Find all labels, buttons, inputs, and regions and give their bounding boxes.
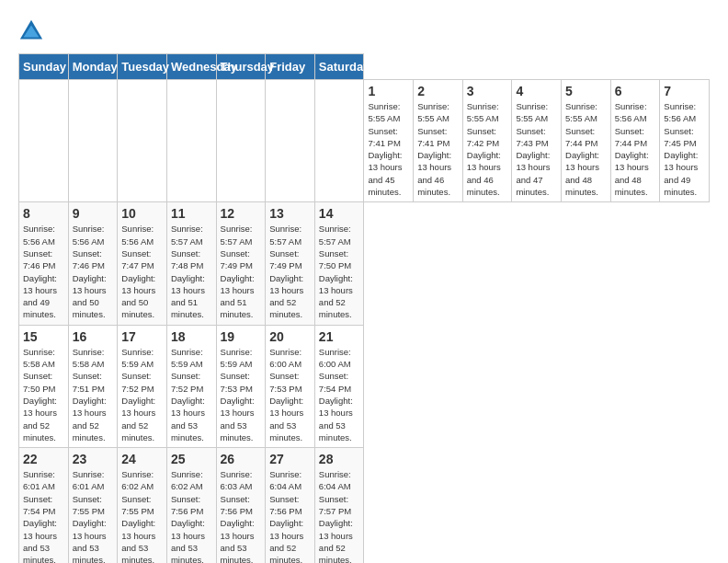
calendar-day-cell: 11Sunrise: 5:57 AMSunset: 7:48 PMDayligh… xyxy=(166,202,216,325)
day-info: Sunrise: 5:59 AMSunset: 7:52 PMDaylight:… xyxy=(121,346,163,443)
day-number: 6 xyxy=(615,84,656,98)
calendar-header-day: Saturday xyxy=(314,54,364,80)
day-info: Sunrise: 6:02 AMSunset: 7:55 PMDaylight:… xyxy=(121,468,163,563)
day-info: Sunrise: 5:56 AMSunset: 7:45 PMDaylight:… xyxy=(664,100,705,198)
day-number: 16 xyxy=(73,329,114,344)
calendar-day-cell: 20Sunrise: 6:00 AMSunset: 7:53 PMDayligh… xyxy=(266,325,315,447)
calendar-day-cell: 8Sunrise: 5:56 AMSunset: 7:46 PMDaylight… xyxy=(19,202,69,325)
calendar-day-cell: 6Sunrise: 5:56 AMSunset: 7:44 PMDaylight… xyxy=(610,80,660,202)
calendar-week-row: 22Sunrise: 6:01 AMSunset: 7:54 PMDayligh… xyxy=(19,448,710,563)
day-number: 27 xyxy=(269,452,311,466)
day-number: 1 xyxy=(368,84,409,98)
calendar-day-cell xyxy=(118,80,167,202)
day-info: Sunrise: 5:55 AMSunset: 7:41 PMDaylight:… xyxy=(368,100,409,198)
day-number: 2 xyxy=(417,84,459,98)
day-info: Sunrise: 5:56 AMSunset: 7:44 PMDaylight:… xyxy=(615,100,656,198)
day-number: 9 xyxy=(73,206,114,221)
calendar-header-day: Friday xyxy=(266,54,315,80)
day-info: Sunrise: 5:56 AMSunset: 7:46 PMDaylight:… xyxy=(23,223,64,320)
day-number: 20 xyxy=(269,329,311,344)
day-info: Sunrise: 5:55 AMSunset: 7:42 PMDaylight:… xyxy=(467,100,508,198)
day-info: Sunrise: 6:02 AMSunset: 7:56 PMDaylight:… xyxy=(171,468,212,563)
day-number: 14 xyxy=(319,206,360,221)
calendar-table: SundayMondayTuesdayWednesdayThursdayFrid… xyxy=(18,53,710,563)
day-info: Sunrise: 5:57 AMSunset: 7:50 PMDaylight:… xyxy=(319,223,360,320)
calendar-day-cell: 4Sunrise: 5:55 AMSunset: 7:43 PMDaylight… xyxy=(512,80,562,202)
calendar-day-cell: 15Sunrise: 5:58 AMSunset: 7:50 PMDayligh… xyxy=(19,325,69,447)
logo xyxy=(18,18,48,44)
calendar-day-cell: 25Sunrise: 6:02 AMSunset: 7:56 PMDayligh… xyxy=(166,448,216,563)
day-number: 10 xyxy=(121,206,163,221)
day-info: Sunrise: 5:58 AMSunset: 7:51 PMDaylight:… xyxy=(73,346,114,443)
day-info: Sunrise: 5:56 AMSunset: 7:46 PMDaylight:… xyxy=(73,223,114,320)
day-number: 13 xyxy=(269,206,311,221)
calendar-day-cell: 12Sunrise: 5:57 AMSunset: 7:49 PMDayligh… xyxy=(216,202,266,325)
calendar-day-cell: 13Sunrise: 5:57 AMSunset: 7:49 PMDayligh… xyxy=(266,202,315,325)
calendar-header-day: Wednesday xyxy=(166,54,216,80)
calendar-day-cell xyxy=(19,80,69,202)
calendar-day-cell: 2Sunrise: 5:55 AMSunset: 7:41 PMDaylight… xyxy=(414,80,463,202)
calendar-day-cell: 5Sunrise: 5:55 AMSunset: 7:44 PMDaylight… xyxy=(562,80,611,202)
day-info: Sunrise: 6:01 AMSunset: 7:54 PMDaylight:… xyxy=(23,468,64,563)
day-info: Sunrise: 5:59 AMSunset: 7:52 PMDaylight:… xyxy=(171,346,212,443)
day-number: 15 xyxy=(23,329,64,344)
day-info: Sunrise: 6:01 AMSunset: 7:55 PMDaylight:… xyxy=(73,468,114,563)
day-number: 23 xyxy=(73,452,114,466)
calendar-week-row: 1Sunrise: 5:55 AMSunset: 7:41 PMDaylight… xyxy=(19,80,710,202)
day-number: 12 xyxy=(221,206,262,221)
day-info: Sunrise: 5:55 AMSunset: 7:43 PMDaylight:… xyxy=(516,100,557,198)
day-number: 18 xyxy=(171,329,212,344)
calendar-day-cell: 14Sunrise: 5:57 AMSunset: 7:50 PMDayligh… xyxy=(314,202,364,325)
day-number: 11 xyxy=(171,206,212,221)
logo-icon xyxy=(18,18,44,44)
day-number: 25 xyxy=(171,452,212,466)
calendar-day-cell xyxy=(216,80,266,202)
calendar-day-cell: 22Sunrise: 6:01 AMSunset: 7:54 PMDayligh… xyxy=(19,448,69,563)
calendar-header-day: Tuesday xyxy=(118,54,167,80)
day-info: Sunrise: 6:00 AMSunset: 7:53 PMDaylight:… xyxy=(269,346,311,443)
calendar-day-cell xyxy=(266,80,315,202)
day-info: Sunrise: 5:55 AMSunset: 7:41 PMDaylight:… xyxy=(417,100,459,198)
calendar-day-cell: 18Sunrise: 5:59 AMSunset: 7:52 PMDayligh… xyxy=(166,325,216,447)
day-number: 5 xyxy=(565,84,607,98)
day-info: Sunrise: 5:57 AMSunset: 7:49 PMDaylight:… xyxy=(221,223,262,320)
day-info: Sunrise: 6:03 AMSunset: 7:56 PMDaylight:… xyxy=(221,468,262,563)
day-info: Sunrise: 6:04 AMSunset: 7:57 PMDaylight:… xyxy=(319,468,360,563)
day-number: 28 xyxy=(319,452,360,466)
day-number: 4 xyxy=(516,84,557,98)
calendar-day-cell: 17Sunrise: 5:59 AMSunset: 7:52 PMDayligh… xyxy=(118,325,167,447)
calendar-day-cell: 23Sunrise: 6:01 AMSunset: 7:55 PMDayligh… xyxy=(68,448,118,563)
calendar-header-day: Thursday xyxy=(216,54,266,80)
day-info: Sunrise: 6:04 AMSunset: 7:56 PMDaylight:… xyxy=(269,468,311,563)
day-number: 26 xyxy=(221,452,262,466)
calendar-day-cell: 1Sunrise: 5:55 AMSunset: 7:41 PMDaylight… xyxy=(364,80,414,202)
day-info: Sunrise: 5:58 AMSunset: 7:50 PMDaylight:… xyxy=(23,346,64,443)
calendar-day-cell: 21Sunrise: 6:00 AMSunset: 7:54 PMDayligh… xyxy=(314,325,364,447)
calendar-day-cell: 26Sunrise: 6:03 AMSunset: 7:56 PMDayligh… xyxy=(216,448,266,563)
day-number: 19 xyxy=(221,329,262,344)
calendar-week-row: 8Sunrise: 5:56 AMSunset: 7:46 PMDaylight… xyxy=(19,202,710,325)
calendar-day-cell: 19Sunrise: 5:59 AMSunset: 7:53 PMDayligh… xyxy=(216,325,266,447)
calendar-day-cell: 10Sunrise: 5:56 AMSunset: 7:47 PMDayligh… xyxy=(118,202,167,325)
day-number: 7 xyxy=(664,84,705,98)
calendar-day-cell xyxy=(68,80,118,202)
calendar-week-row: 15Sunrise: 5:58 AMSunset: 7:50 PMDayligh… xyxy=(19,325,710,447)
calendar-header-row: SundayMondayTuesdayWednesdayThursdayFrid… xyxy=(19,54,710,80)
day-number: 17 xyxy=(121,329,163,344)
day-number: 22 xyxy=(23,452,64,466)
calendar-body: 1Sunrise: 5:55 AMSunset: 7:41 PMDaylight… xyxy=(19,80,710,564)
calendar-day-cell: 16Sunrise: 5:58 AMSunset: 7:51 PMDayligh… xyxy=(68,325,118,447)
calendar-day-cell: 24Sunrise: 6:02 AMSunset: 7:55 PMDayligh… xyxy=(118,448,167,563)
calendar-header-day: Sunday xyxy=(19,54,69,80)
day-info: Sunrise: 5:57 AMSunset: 7:48 PMDaylight:… xyxy=(171,223,212,320)
calendar-day-cell xyxy=(314,80,364,202)
calendar-header-day: Monday xyxy=(68,54,118,80)
day-info: Sunrise: 5:57 AMSunset: 7:49 PMDaylight:… xyxy=(269,223,311,320)
calendar-day-cell: 3Sunrise: 5:55 AMSunset: 7:42 PMDaylight… xyxy=(462,80,512,202)
day-number: 24 xyxy=(121,452,163,466)
calendar-day-cell: 9Sunrise: 5:56 AMSunset: 7:46 PMDaylight… xyxy=(68,202,118,325)
day-info: Sunrise: 5:55 AMSunset: 7:44 PMDaylight:… xyxy=(565,100,607,198)
day-number: 21 xyxy=(319,329,360,344)
calendar-day-cell: 7Sunrise: 5:56 AMSunset: 7:45 PMDaylight… xyxy=(660,80,710,202)
calendar-day-cell: 27Sunrise: 6:04 AMSunset: 7:56 PMDayligh… xyxy=(266,448,315,563)
